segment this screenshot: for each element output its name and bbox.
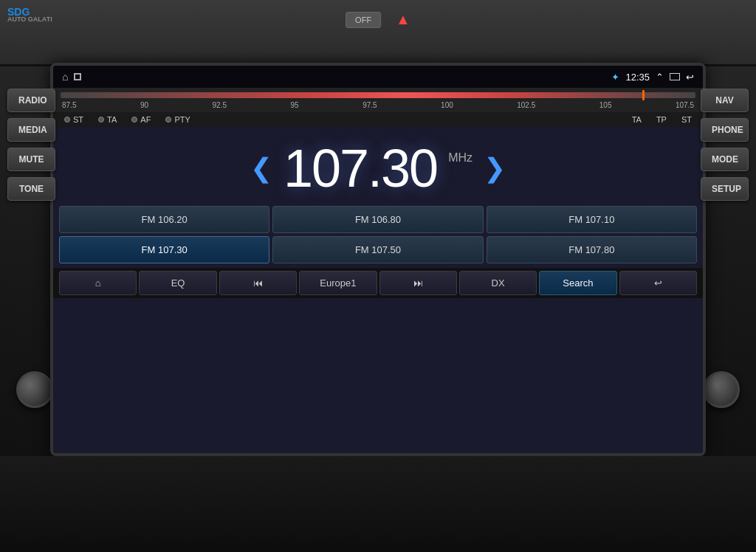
indicator-pty: PTY xyxy=(165,115,190,124)
ta1-dot xyxy=(98,117,104,123)
car-bottom xyxy=(0,456,756,552)
freq-unit: MHz xyxy=(448,151,472,165)
window-icon xyxy=(670,73,680,80)
preset-3[interactable]: FM 107.10 xyxy=(487,206,697,233)
freq-value: 107.30 xyxy=(284,138,437,199)
bottom-toolbar: ⌂ EQ ⏮ Europe1 ⏭ DX Search ↩ xyxy=(53,268,703,298)
auto-galati-text: AUTO GALATI xyxy=(7,15,52,23)
off-button[interactable]: OFF xyxy=(346,12,381,28)
next-button[interactable]: ⏭ xyxy=(379,271,457,295)
square-icon xyxy=(74,73,81,80)
preset-4[interactable]: FM 107.30 xyxy=(59,236,269,263)
mode-button[interactable]: MODE xyxy=(701,148,749,171)
prev-button[interactable]: ⏮ xyxy=(219,271,297,295)
presets-grid: FM 106.20 FM 106.80 FM 107.10 FM 107.30 … xyxy=(53,206,703,266)
indicator-st1: ST xyxy=(64,115,83,124)
af-label: AF xyxy=(140,115,151,124)
expand-icon: ⌃ xyxy=(656,72,664,83)
media-button[interactable]: MEDIA xyxy=(7,118,55,142)
eq-button[interactable]: EQ xyxy=(139,271,216,295)
sdg-logo: SDG AUTO GALATI xyxy=(7,6,52,23)
ta2-label: TA xyxy=(632,115,642,124)
mute-button[interactable]: MUTE xyxy=(7,148,55,171)
screen: ⌂ ✦ 12:35 ⌃ ↩ 87.5 90 92.5 95 97.5 xyxy=(53,66,703,453)
preset-2[interactable]: FM 106.80 xyxy=(272,206,483,233)
freq-scale-container: 87.5 90 92.5 95 97.5 100 102.5 105 107.5 xyxy=(53,88,703,112)
station-name: Europe1 xyxy=(299,271,377,295)
freq-ticks: 87.5 90 92.5 95 97.5 100 102.5 105 107.5 xyxy=(61,101,695,109)
freq-display: ❮ 107.30 MHz ❯ xyxy=(53,127,703,206)
home-icon[interactable]: ⌂ xyxy=(62,71,68,83)
st2-label: ST xyxy=(681,115,692,124)
left-knob[interactable] xyxy=(16,371,53,408)
hazard-button[interactable]: ▲ xyxy=(396,11,410,28)
head-unit-frame: ⌂ ✦ 12:35 ⌃ ↩ 87.5 90 92.5 95 97.5 xyxy=(50,63,706,456)
phone-button[interactable]: PHONE xyxy=(701,118,749,142)
radio-button[interactable]: RADIO xyxy=(7,89,55,112)
preset-1[interactable]: FM 106.20 xyxy=(59,206,269,233)
left-button-group: RADIO MEDIA MUTE TONE xyxy=(7,89,55,201)
indicator-tp: TP xyxy=(656,115,667,124)
indicator-af: AF xyxy=(131,115,151,124)
radio-indicators: ST TA AF PTY TA TP ST xyxy=(53,112,703,127)
freq-indicator xyxy=(642,90,645,100)
clock: 12:35 xyxy=(625,72,650,83)
home-button[interactable]: ⌂ xyxy=(59,271,137,295)
tone-button[interactable]: TONE xyxy=(7,177,55,201)
setup-button[interactable]: SETUP xyxy=(701,177,749,201)
freq-bar xyxy=(61,92,695,98)
dx-button[interactable]: DX xyxy=(459,271,537,295)
freq-next-button[interactable]: ❯ xyxy=(484,153,506,184)
dashboard-top: OFF ▲ xyxy=(0,0,756,66)
af-dot xyxy=(131,117,137,123)
indicator-ta2: TA xyxy=(632,115,642,124)
preset-5[interactable]: FM 107.50 xyxy=(272,236,483,263)
tp-label: TP xyxy=(656,115,667,124)
bluetooth-icon: ✦ xyxy=(611,72,619,83)
search-button[interactable]: Search xyxy=(539,271,616,295)
back-button[interactable]: ↩ xyxy=(619,271,697,295)
right-knob[interactable] xyxy=(703,371,740,408)
indicator-st2: ST xyxy=(681,115,692,124)
pty-label: PTY xyxy=(174,115,190,124)
back-icon[interactable]: ↩ xyxy=(686,72,694,83)
indicator-ta1: TA xyxy=(98,115,117,124)
pty-dot xyxy=(165,117,171,123)
freq-prev-button[interactable]: ❮ xyxy=(250,153,272,184)
top-controls: OFF ▲ xyxy=(346,11,410,28)
right-button-group: NAV PHONE MODE SETUP xyxy=(701,89,749,201)
st1-label: ST xyxy=(73,115,83,124)
preset-6[interactable]: FM 107.80 xyxy=(487,236,697,263)
status-left: ⌂ xyxy=(62,71,81,83)
ta1-label: TA xyxy=(107,115,117,124)
status-bar: ⌂ ✦ 12:35 ⌃ ↩ xyxy=(53,66,703,88)
nav-button[interactable]: NAV xyxy=(701,89,749,112)
status-right: ✦ 12:35 ⌃ ↩ xyxy=(611,72,694,83)
st1-dot xyxy=(64,117,70,123)
